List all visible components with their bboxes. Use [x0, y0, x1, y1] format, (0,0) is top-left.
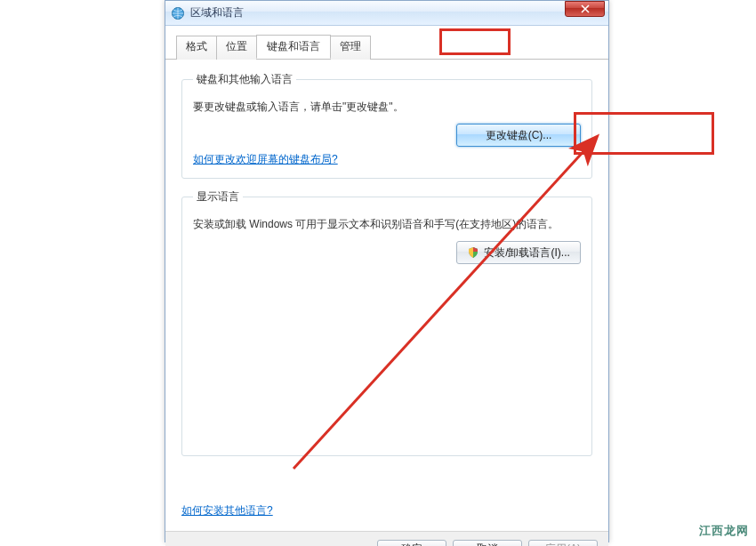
- tab-admin[interactable]: 管理: [330, 36, 371, 60]
- shield-icon: [467, 246, 479, 259]
- keyboard-group: 键盘和其他输入语言 要更改键盘或输入语言，请单击"更改键盘"。 更改键盘(C).…: [181, 72, 592, 179]
- keyboard-desc: 要更改键盘或输入语言，请单击"更改键盘"。: [193, 100, 581, 115]
- close-button[interactable]: [565, 1, 605, 17]
- install-language-label: 安装/卸载语言(I)...: [484, 245, 570, 261]
- tab-keyboard-language[interactable]: 键盘和语言: [256, 35, 331, 59]
- close-icon: [581, 4, 590, 13]
- install-language-button[interactable]: 安装/卸载语言(I)...: [456, 241, 581, 264]
- cancel-button[interactable]: 取消: [453, 540, 522, 547]
- globe-icon: [171, 6, 185, 20]
- watermark: 江西龙网: [699, 523, 749, 539]
- display-language-group: 显示语言 安装或卸载 Windows 可用于显示文本和识别语音和手写(在支持地区…: [181, 189, 592, 456]
- keyboard-legend: 键盘和其他输入语言: [193, 72, 296, 87]
- titlebar[interactable]: 区域和语言: [165, 1, 608, 26]
- tab-format[interactable]: 格式: [176, 36, 217, 60]
- tab-location[interactable]: 位置: [216, 36, 257, 60]
- welcome-layout-link[interactable]: 如何更改欢迎屏幕的键盘布局?: [193, 152, 338, 167]
- how-install-link[interactable]: 如何安装其他语言?: [181, 503, 273, 518]
- display-desc: 安装或卸载 Windows 可用于显示文本和识别语音和手写(在支持地区)的语言。: [193, 217, 581, 232]
- tab-content: 键盘和其他输入语言 要更改键盘或输入语言，请单击"更改键盘"。 更改键盘(C).…: [165, 60, 608, 531]
- ok-button[interactable]: 确定: [377, 540, 446, 547]
- display-legend: 显示语言: [193, 189, 243, 205]
- region-language-dialog: 区域和语言 格式 位置 键盘和语言 管理 键盘和其他输入语言 要更改键盘或输入语…: [165, 0, 609, 542]
- apply-button[interactable]: 应用(A): [528, 540, 598, 547]
- dialog-footer: 确定 取消 应用(A): [165, 531, 608, 546]
- tabstrip: 格式 位置 键盘和语言 管理: [165, 26, 608, 60]
- change-keyboard-button[interactable]: 更改键盘(C)...: [456, 124, 581, 147]
- window-title: 区域和语言: [190, 5, 605, 20]
